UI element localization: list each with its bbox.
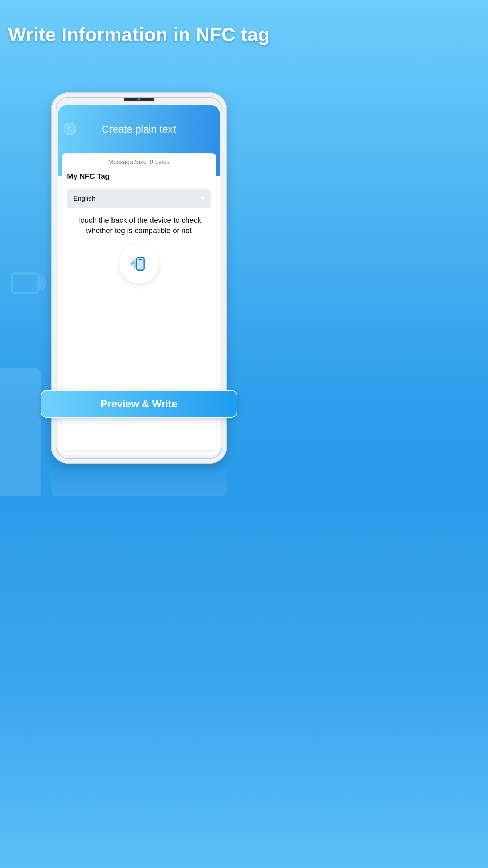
screen-title: Create plain text (58, 123, 220, 135)
phone-nfc-icon (130, 254, 148, 274)
phone-reflection (51, 464, 227, 496)
decorative-panel (0, 368, 41, 496)
nfc-scan-illustration (119, 244, 159, 283)
back-button[interactable] (64, 123, 76, 135)
phone-camera-dot (138, 98, 140, 100)
svg-rect-0 (12, 273, 38, 293)
promo-headline: Write Information in NFC tag (0, 24, 278, 45)
preview-write-button[interactable]: Preview & Write (41, 390, 237, 418)
message-size-label: Message Size :9 bytes (66, 157, 211, 171)
back-arrow-icon (67, 125, 73, 132)
language-select[interactable]: English (67, 189, 211, 208)
language-selected-label: English (73, 195, 96, 202)
svg-rect-2 (138, 259, 142, 260)
chevron-down-icon (201, 197, 205, 200)
instruction-text: Touch the back of the device to check wh… (66, 215, 211, 235)
cta-label: Preview & Write (101, 398, 177, 410)
tag-text-input[interactable] (67, 172, 211, 181)
decorative-card-glyph (10, 264, 47, 302)
text-input-container[interactable] (67, 172, 211, 183)
